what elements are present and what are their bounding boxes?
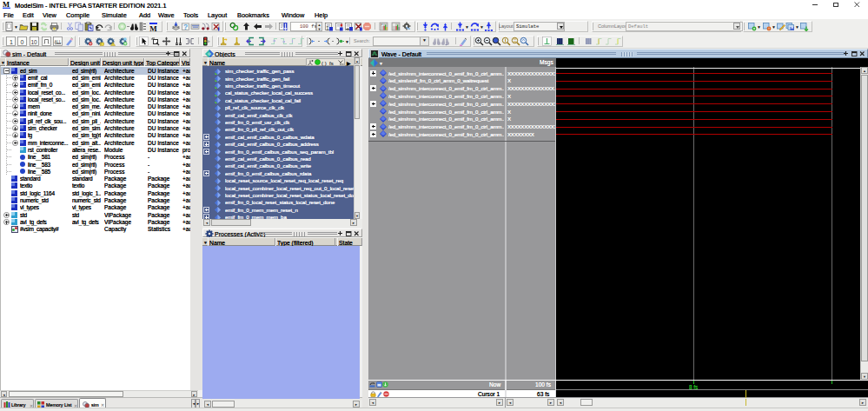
svg-text:0: 0 <box>21 39 24 45</box>
svg-text:10: 10 <box>31 39 38 45</box>
svg-text:ALL: ALL <box>55 40 63 44</box>
svg-text:M: M <box>149 24 157 32</box>
svg-text:1: 1 <box>326 25 329 31</box>
svg-text:?: ? <box>183 23 188 31</box>
svg-text:1: 1 <box>10 39 13 45</box>
